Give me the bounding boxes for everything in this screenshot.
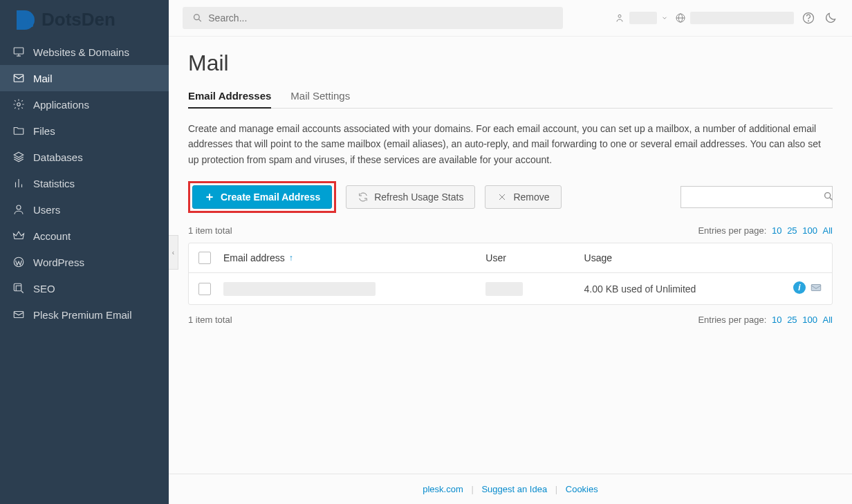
stack-icon <box>12 151 25 163</box>
gear-icon <box>12 98 25 111</box>
select-all-checkbox[interactable] <box>198 252 211 264</box>
nav-seo[interactable]: SEO <box>0 275 169 301</box>
pager-all-b[interactable]: All <box>823 315 833 325</box>
page-content: Mail Email Addresses Mail Settings Creat… <box>169 37 852 474</box>
tabs: Email Addresses Mail Settings <box>188 84 833 109</box>
create-email-button[interactable]: Create Email Address <box>192 185 332 209</box>
brand-name: DotsDen <box>41 9 115 30</box>
svg-point-23 <box>808 21 809 21</box>
bars-icon <box>12 177 25 189</box>
users-icon <box>12 203 25 216</box>
topbar <box>169 0 852 37</box>
user-cell <box>485 282 523 296</box>
svg-line-17 <box>199 19 201 21</box>
webmail-icon[interactable] <box>810 281 822 296</box>
usage-cell: 4.00 KB used of Unlimited <box>584 283 781 295</box>
envelope-icon <box>12 308 25 321</box>
monitor-icon <box>12 46 25 58</box>
chevron-down-icon <box>661 15 668 21</box>
nav-users[interactable]: Users <box>0 196 169 223</box>
nav-applications[interactable]: Applications <box>0 91 169 118</box>
user-menu[interactable] <box>614 12 668 24</box>
footer-plesk[interactable]: plesk.com <box>423 484 463 494</box>
footer-cookies[interactable]: Cookies <box>566 484 598 494</box>
remove-icon <box>497 192 508 203</box>
pager-25-b[interactable]: 25 <box>787 315 797 325</box>
nav-account[interactable]: Account <box>0 223 169 249</box>
total-count-bottom: 1 item total <box>188 315 232 325</box>
theme-toggle[interactable] <box>823 10 838 26</box>
tab-email-addresses[interactable]: Email Addresses <box>188 84 271 109</box>
crown-icon <box>12 230 25 242</box>
pager-top: 1 item total Entries per page: 10 25 100… <box>188 223 833 239</box>
table-header: Email address ↑ User Usage <box>189 243 832 273</box>
search-icon <box>192 12 203 24</box>
pager-10-b[interactable]: 10 <box>772 315 781 325</box>
nav-databases[interactable]: Databases <box>0 144 169 170</box>
svg-marker-7 <box>14 152 24 158</box>
brand-logo[interactable]: DotsDen <box>0 0 169 39</box>
user-icon <box>614 12 625 24</box>
svg-point-18 <box>618 15 621 17</box>
user-name-placeholder <box>629 12 657 24</box>
col-email-header[interactable]: Email address ↑ <box>223 252 485 263</box>
footer: plesk.com | Suggest an Idea | Cookies <box>169 474 852 504</box>
nav-statistics[interactable]: Statistics <box>0 170 169 196</box>
nav-websites-domains[interactable]: Websites & Domains <box>0 39 169 65</box>
nav-mail[interactable]: Mail <box>0 65 169 91</box>
domain-name-placeholder <box>690 12 794 24</box>
email-address-cell[interactable] <box>223 282 376 296</box>
svg-line-14 <box>21 291 24 293</box>
pager-bottom: 1 item total Entries per page: 10 25 100… <box>188 312 833 328</box>
table-row: 4.00 KB used of Unlimited i <box>189 273 832 304</box>
pager-100-b[interactable]: 100 <box>802 315 817 325</box>
folder-icon <box>12 124 25 137</box>
wordpress-icon <box>12 256 25 268</box>
highlight-create-button: Create Email Address <box>188 181 336 213</box>
col-user-header[interactable]: User <box>485 252 584 263</box>
mail-icon <box>12 72 25 84</box>
pager-all[interactable]: All <box>823 225 833 236</box>
pager-10[interactable]: 10 <box>772 225 781 236</box>
nav-files[interactable]: Files <box>0 118 169 144</box>
svg-rect-5 <box>14 75 24 82</box>
filter-input[interactable] <box>681 187 816 207</box>
svg-rect-30 <box>811 285 821 291</box>
main-area: ‹ Mail <box>169 0 852 504</box>
svg-point-16 <box>194 15 200 20</box>
plus-icon <box>204 192 215 203</box>
svg-point-28 <box>825 192 831 198</box>
pager-25[interactable]: 25 <box>787 225 797 236</box>
global-search[interactable] <box>183 7 563 29</box>
nav-list: Websites & Domains Mail Applications Fil… <box>0 39 169 328</box>
svg-line-29 <box>830 198 832 200</box>
sort-asc-icon: ↑ <box>289 253 293 263</box>
svg-point-0 <box>27 19 31 24</box>
email-table: Email address ↑ User Usage 4.00 KB used … <box>188 243 833 305</box>
info-icon[interactable]: i <box>793 281 806 294</box>
svg-point-11 <box>17 205 21 209</box>
pager-100[interactable]: 100 <box>802 225 817 236</box>
globe-icon <box>675 12 686 24</box>
svg-rect-13 <box>14 283 21 291</box>
search-input[interactable] <box>208 12 553 24</box>
footer-suggest[interactable]: Suggest an Idea <box>481 484 547 494</box>
svg-rect-15 <box>14 312 24 318</box>
tab-mail-settings[interactable]: Mail Settings <box>290 84 350 109</box>
filter-box[interactable] <box>680 186 833 208</box>
seo-icon <box>12 282 25 295</box>
pager-links-bottom: Entries per page: 10 25 100 All <box>698 315 833 325</box>
pager-links-top: Entries per page: 10 25 100 All <box>698 225 833 236</box>
domain-menu[interactable] <box>675 12 794 24</box>
nav-wordpress[interactable]: WordPress <box>0 249 169 275</box>
refresh-stats-button[interactable]: Refresh Usage Stats <box>346 185 475 209</box>
refresh-icon <box>358 192 369 203</box>
filter-search-icon[interactable] <box>816 191 841 204</box>
remove-button[interactable]: Remove <box>485 185 561 209</box>
svg-point-6 <box>17 103 21 106</box>
row-checkbox[interactable] <box>198 283 211 295</box>
help-button[interactable] <box>801 10 816 26</box>
nav-plesk-premium-email[interactable]: Plesk Premium Email <box>0 301 169 328</box>
col-usage-header[interactable]: Usage <box>584 252 781 263</box>
page-description: Create and manage email accounts associa… <box>188 121 833 167</box>
